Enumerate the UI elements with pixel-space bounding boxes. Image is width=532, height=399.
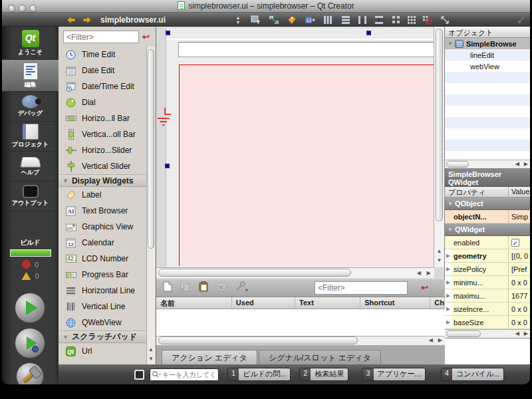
widget-item-horizontal-slider[interactable]: Horizo...Slider [59, 142, 147, 158]
object-row-simplebrowser[interactable]: ▼ SimpleBrowse [445, 38, 530, 49]
scroll-up-icon[interactable]: ▲ [147, 345, 155, 354]
scroll-left-icon[interactable]: ◀ [515, 160, 519, 168]
object-row-webview[interactable]: webView [445, 61, 530, 72]
layout-horizontal-icon[interactable] [321, 14, 334, 25]
tab-signal-slot-editor[interactable]: シグナル/スロット エディタ [259, 350, 381, 364]
object-row-lineedit[interactable]: lineEdit [445, 49, 530, 61]
selection-handle-top-left[interactable] [166, 31, 170, 35]
filter-reset-icon[interactable]: ↩ [421, 283, 428, 293]
edit-widgets-icon[interactable] [249, 14, 262, 25]
grid-layout-icon[interactable] [405, 14, 418, 25]
build-button[interactable] [16, 362, 44, 384]
property-row-geometry[interactable]: ▶ geometry [(0, 0 [445, 249, 530, 263]
sidebar-item-projects[interactable]: プロジェクト [2, 122, 59, 152]
widget-list-scrollbar[interactable]: ▲ ▼ [146, 47, 155, 364]
widget-section-display-widgets[interactable]: ▼Display Widgets [59, 174, 147, 187]
sidebar-item-edit[interactable]: 編集 [2, 60, 59, 92]
pane-button-compile-output[interactable]: 4 コンパイル... [441, 368, 505, 381]
widget-item-text-browser[interactable]: AIText Browser [59, 203, 147, 219]
scroll-up-icon[interactable]: ▲ [434, 247, 444, 255]
expand-icon[interactable]: ▶ [445, 279, 452, 285]
widget-item-date-edit[interactable]: Date Edit [59, 63, 147, 78]
splitter-vertical-icon[interactable] [372, 14, 385, 25]
property-row-sizepolicy[interactable]: ▶ sizePolicy [Pref [445, 263, 530, 276]
property-row-basesize[interactable]: ▶ baseSize 0 x 0 [445, 316, 530, 329]
property-group-qobject[interactable]: ▼QObject [445, 198, 530, 210]
scroll-right-icon[interactable]: ▶ [524, 160, 528, 168]
expand-icon[interactable]: ▼ [448, 41, 453, 47]
expand-icon[interactable]: ▶ [445, 306, 452, 312]
open-document-selector[interactable]: simplebrowser.ui [100, 14, 187, 25]
scroll-right-icon[interactable]: ▶ [427, 269, 431, 277]
pane-button-build-issues[interactable]: 1 ビルドの問... [227, 368, 291, 381]
sidebar-toggle-icon[interactable] [134, 370, 144, 380]
file-dropdown-icon[interactable]: ▲▼ [233, 14, 243, 25]
edit-buddies-icon[interactable] [285, 14, 298, 25]
column-value[interactable]: Value [509, 187, 529, 197]
expand-icon[interactable]: ▶ [445, 253, 452, 259]
back-icon[interactable] [65, 14, 77, 25]
error-count-icon[interactable] [22, 260, 31, 269]
property-editor-scrollbar[interactable]: ◀ ▶ [445, 329, 530, 338]
widget-item-vertical-slider[interactable]: Vertical Slider [59, 158, 147, 174]
scrollbar-thumb[interactable] [158, 269, 351, 277]
column-property[interactable]: プロパティ [445, 187, 509, 197]
warning-count-icon[interactable] [21, 272, 31, 280]
sidebar-item-help[interactable]: ヘルプ [2, 152, 59, 182]
scrollbar-thumb[interactable] [446, 331, 481, 337]
widget-item-calendar[interactable]: 12Calendar [59, 235, 147, 251]
form-lineedit-widget[interactable] [178, 42, 434, 57]
expand-icon[interactable]: ▶ [445, 293, 452, 299]
property-group-qwidget[interactable]: ▼QWidget [445, 223, 530, 236]
action-filter-input[interactable] [315, 281, 408, 295]
widget-item-datetime-edit[interactable]: Date/Time Edit [59, 78, 147, 94]
layout-vertical-icon[interactable] [339, 14, 352, 25]
property-row-maximumsize[interactable]: ▶ maximu... 1677 [445, 289, 530, 303]
object-inspector-scrollbar[interactable]: ◀ ▶ [445, 160, 530, 169]
column-name[interactable]: 名前 [156, 297, 232, 309]
scroll-down-icon[interactable]: ▼ [147, 354, 155, 363]
canvas-vertical-scrollbar[interactable]: ▲ ▼ [434, 27, 444, 267]
widget-item-label[interactable]: Label [59, 187, 147, 203]
sidebar-item-output[interactable]: アウトプット [2, 182, 59, 211]
tab-action-editor[interactable]: アクション エディタ [162, 350, 257, 364]
scrollbar-thumb[interactable] [148, 49, 154, 249]
new-action-icon[interactable] [163, 281, 172, 295]
scroll-right-icon[interactable]: ▶ [524, 330, 528, 338]
widget-item-horizontal-line[interactable]: Horizontal Line [59, 283, 147, 299]
run-debug-button[interactable] [15, 328, 45, 358]
expand-icon[interactable]: ▶ [445, 319, 452, 325]
sidebar-item-welcome[interactable]: Qt ようこそ [2, 27, 59, 60]
widget-item-lcd-number[interactable]: 42.LCD Number [59, 251, 147, 267]
property-row-enabled[interactable]: enabled ✓ [445, 236, 530, 249]
column-used[interactable]: Used [232, 297, 295, 309]
scroll-down-icon[interactable]: ▼ [434, 256, 444, 265]
form-webview-highlight[interactable] [179, 65, 434, 266]
widget-section-scratchpad[interactable]: ▼スクラッチパッド [59, 331, 147, 343]
action-table-scrollbar[interactable]: ◀ ▶ [156, 336, 445, 346]
widget-item-vertical-scrollbar[interactable]: Vertica...oll Bar [59, 126, 147, 142]
widget-item-progress-bar[interactable]: Progress Bar [59, 267, 147, 283]
configure-wrench-icon[interactable] [235, 281, 249, 295]
column-checkable[interactable]: Ch [430, 297, 445, 309]
canvas-horizontal-scrollbar[interactable]: ◀ ▶ [156, 267, 434, 278]
scroll-right-icon[interactable]: ▶ [438, 336, 442, 344]
selection-handle-left-middle[interactable] [165, 164, 170, 168]
splitter-horizontal-icon[interactable] [356, 14, 368, 25]
widget-item-url[interactable]: QtUrl [59, 343, 147, 359]
property-row-sizeincrement[interactable]: ▶ sizeIncre... 0 x 0 [445, 303, 530, 316]
forward-icon[interactable] [81, 14, 93, 25]
column-text[interactable]: Text [295, 297, 360, 309]
expand-icon[interactable]: ▶ [445, 266, 452, 272]
sidebar-item-debug[interactable]: デバッグ [2, 92, 59, 122]
widget-item-vertical-line[interactable]: Vertical Line [59, 299, 147, 315]
run-button[interactable] [15, 293, 45, 323]
widget-item-dial[interactable]: Dial [59, 94, 147, 110]
scrollbar-thumb[interactable] [436, 29, 443, 221]
property-row-objectname[interactable]: objectN... Simp [445, 210, 530, 223]
edit-tab-order-icon[interactable]: 12 [303, 14, 316, 25]
edit-signals-slots-icon[interactable] [267, 14, 280, 25]
widget-filter-input[interactable] [63, 31, 139, 43]
property-row-minimumsize[interactable]: ▶ minimu... 0 x 0 [445, 276, 530, 289]
widget-item-qwebview[interactable]: QWebView [59, 315, 147, 331]
